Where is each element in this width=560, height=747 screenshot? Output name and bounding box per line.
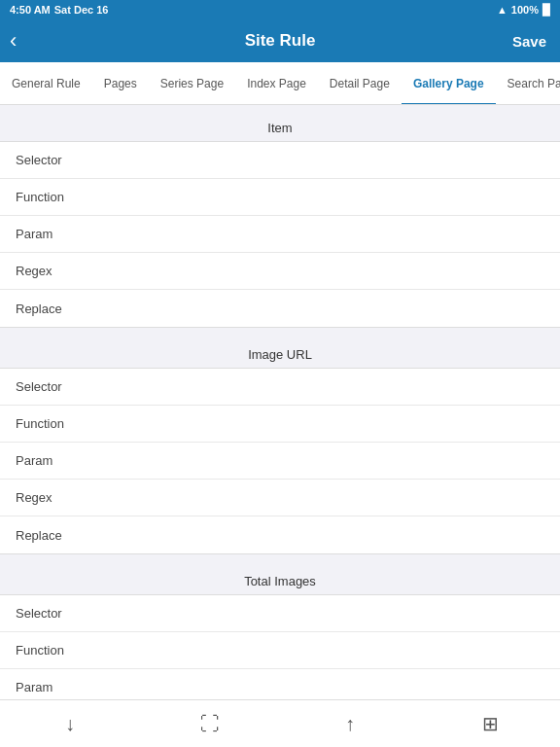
field-label-function: Function [16,416,93,431]
field-label-param: Param [16,227,93,241]
tab-pages[interactable]: Pages [92,63,149,105]
field-label-param: Param [16,453,93,468]
tab-bar: General RulePagesSeries PageIndex PageDe… [0,62,560,105]
section-item: ItemSelectorFunctionParamRegexReplace [0,115,560,328]
section-imageurl: Image URLSelectorFunctionParamRegexRepla… [0,341,560,554]
tab-series[interactable]: Series Page [149,63,235,105]
expand-icon[interactable]: ⛶ [191,704,229,743]
field-label-param: Param [16,680,93,694]
main-content: ItemSelectorFunctionParamRegexReplaceIma… [0,105,560,699]
field-label-function: Function [16,643,93,658]
field-row-function[interactable]: Function [0,179,560,216]
field-label-selector: Selector [16,153,93,167]
up-icon[interactable]: ↑ [331,704,369,743]
status-right: ▲ 100% ▉ [497,4,550,17]
wifi-icon: ▲ [497,4,508,16]
field-label-regex: Regex [16,490,93,505]
section-header-totalimages: Total Images [0,568,560,594]
field-row-regex[interactable]: Regex [0,480,560,516]
back-button[interactable]: ‹ [10,28,17,53]
battery-text: 100% [511,4,539,16]
tab-detail[interactable]: Detail Page [318,63,402,105]
field-row-regex[interactable]: Regex [0,253,560,290]
field-row-param[interactable]: Param [0,443,560,480]
grid-icon[interactable]: ⊞ [471,704,509,743]
field-row-param[interactable]: Param [0,216,560,253]
field-row-selector[interactable]: Selector [0,142,560,179]
field-label-function: Function [16,190,93,204]
bottom-bar: ↓⛶↑⊞ [0,699,560,747]
section-body-totalimages: SelectorFunctionParamRegexReplace [0,594,560,699]
section-header-item: Item [0,115,560,141]
status-date: Sat Dec 16 [54,4,109,16]
status-bar: 4:50 AM Sat Dec 16 ▲ 100% ▉ [0,0,560,19]
field-label-replace: Replace [16,302,93,316]
field-label-selector: Selector [16,606,93,621]
section-body-item: SelectorFunctionParamRegexReplace [0,141,560,328]
tab-search[interactable]: Search Page [496,63,560,105]
field-row-selector[interactable]: Selector [0,595,560,632]
section-totalimages: Total ImagesSelectorFunctionParamRegexRe… [0,568,560,699]
field-row-param[interactable]: Param [0,669,560,699]
down-icon[interactable]: ↓ [51,704,89,743]
field-row-function[interactable]: Function [0,406,560,443]
save-button[interactable]: Save [512,33,546,50]
status-left: 4:50 AM Sat Dec 16 [10,4,108,16]
field-row-function[interactable]: Function [0,632,560,669]
field-label-regex: Regex [16,264,93,278]
tab-gallery[interactable]: Gallery Page [402,63,496,105]
section-header-imageurl: Image URL [0,341,560,368]
battery-icon: ▉ [542,4,550,17]
field-label-selector: Selector [16,379,93,394]
field-label-replace: Replace [16,528,93,543]
tab-general[interactable]: General Rule [0,63,92,105]
tab-index[interactable]: Index Page [235,63,318,105]
field-row-selector[interactable]: Selector [0,369,560,406]
status-time: 4:50 AM [10,4,51,16]
field-row-replace[interactable]: Replace [0,290,560,327]
header: ‹ Site Rule Save [0,19,560,62]
header-title: Site Rule [245,31,316,51]
field-row-replace[interactable]: Replace [0,516,560,553]
section-body-imageurl: SelectorFunctionParamRegexReplace [0,368,560,554]
